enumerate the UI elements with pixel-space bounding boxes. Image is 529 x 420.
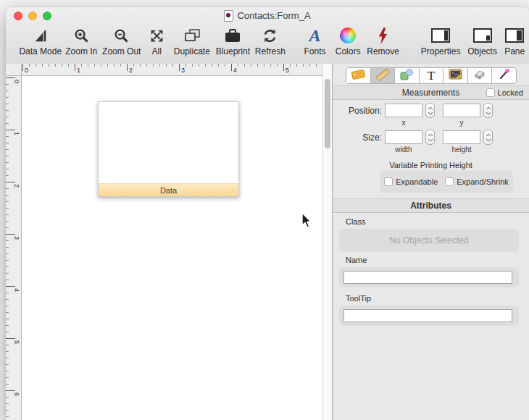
title-group: Contacts:Form_A [6,9,529,22]
hlab: 3 [181,67,185,74]
tooltip-input[interactable] [343,309,512,322]
tooltip-label: ToolTip [346,294,371,303]
zoom-in-icon [73,25,90,46]
position-x-stepper[interactable] [425,103,435,118]
duplicate-button[interactable]: Duplicate [171,23,212,61]
toolbar-label: Data Mode [19,46,62,56]
pane-icon [505,25,524,46]
vtick [6,77,15,78]
tooltip-well [339,306,519,326]
scrollbar-thumb[interactable] [325,79,330,148]
refresh-button[interactable]: Refresh [253,23,288,61]
hlab: 0 [25,67,28,74]
class-well: No Objects Selected [339,229,519,252]
toolbar-label: Blueprint [216,46,250,56]
refresh-icon [262,25,278,46]
name-input[interactable] [343,271,512,284]
remove-button[interactable]: Remove [365,23,401,61]
expandable-checkbox[interactable] [384,177,393,186]
magic-wand-icon [498,68,510,83]
tab-appearance[interactable] [443,68,468,83]
window-title: Contacts:Form_A [237,10,310,21]
expand-all-icon [149,25,164,46]
class-label: Class [346,217,366,226]
blueprint-button[interactable]: Blueprint [213,23,254,61]
vtick [6,130,15,130]
hlab: 1 [77,67,80,74]
vtick [6,338,15,339]
expand-shrink-checkbox-row[interactable]: Expand/Shrink [445,177,509,186]
properties-pane-icon [431,25,450,46]
vlab: 4 [13,288,20,292]
size-width-stepper[interactable] [425,130,435,145]
hlab: 5 [286,67,289,74]
toolbar-label: Remove [367,46,399,56]
htick [179,64,180,71]
expandable-checkbox-row[interactable]: Expandable [384,177,438,186]
briefcase-icon [223,25,242,46]
variable-printing-well: Expandable Expand/Shrink [380,171,513,193]
variable-printing-height-title: Variable Printing Height [333,161,529,169]
title-bar: Contacts:Form_A [6,7,529,23]
document-proxy-icon [224,10,233,22]
toolbar-label: Properties [421,46,461,56]
y-axis-label: y [443,119,480,127]
ruler-horizontal: 012345 [22,64,322,76]
objects-button[interactable]: Objects [465,23,501,61]
all-button[interactable]: All [142,23,171,61]
htick [75,64,75,71]
form-canvas[interactable]: Data [22,76,322,420]
pane-button[interactable]: Pane [500,23,529,61]
x-axis-label: x [385,119,422,127]
text-icon: T [428,70,435,82]
toolbar-label: Refresh [255,46,286,56]
ruler-icon [375,68,390,84]
tab-tag[interactable] [346,68,371,83]
expand-shrink-label: Expand/Shrink [457,177,509,186]
toolbar-label: Pane [504,46,525,56]
lightning-bolt-icon [377,25,389,46]
tab-measurements[interactable] [371,68,396,83]
vlab: 3 [13,236,20,240]
fonts-button[interactable]: A Fonts [299,23,331,61]
data-tile-object[interactable]: Data [98,101,239,197]
zoom-in-button[interactable]: Zoom In [62,23,101,61]
htick [127,64,128,71]
fonts-icon: A [309,25,320,46]
panel-tab-bar: T [346,67,517,84]
tab-wand[interactable] [492,68,516,83]
vtick [6,390,15,391]
size-height-stepper[interactable] [483,130,493,145]
vlab: 1 [13,132,20,135]
properties-button[interactable]: Properties [417,23,464,61]
fonts-glyph: A [309,27,320,44]
tab-text[interactable]: T [420,68,444,83]
name-label: Name [346,256,367,264]
position-x-field[interactable] [385,104,422,117]
vlab: 0 [13,80,20,83]
locked-checkbox-row[interactable]: Locked [486,88,523,98]
position-y-stepper[interactable] [483,103,493,118]
tab-eraser[interactable] [468,68,493,83]
locked-checkbox[interactable] [486,88,495,97]
objects-pane-icon [473,25,492,46]
tab-shapes[interactable] [395,68,420,83]
size-height-field[interactable] [443,130,480,144]
expandable-label: Expandable [396,177,438,186]
vertical-scrollbar[interactable] [322,64,332,420]
tag-icon [350,69,366,83]
data-mode-button[interactable]: Data Mode [19,23,62,61]
colors-button[interactable]: Colors [330,23,365,61]
attributes-header: Attributes [333,198,529,213]
toolbar-label: Zoom In [65,46,97,56]
position-y-field[interactable] [443,104,480,117]
height-axis-label: height [443,146,480,154]
name-well [339,267,519,287]
data-tile-label: Data [99,183,238,196]
toolbar: Data Mode Zoom In Zoom Out All [6,23,529,64]
expand-shrink-checkbox[interactable] [445,177,454,186]
zoom-out-button[interactable]: Zoom Out [101,23,142,61]
shapes-icon [400,68,414,83]
size-width-field[interactable] [385,130,422,144]
toolbar-label: Zoom Out [102,46,141,56]
